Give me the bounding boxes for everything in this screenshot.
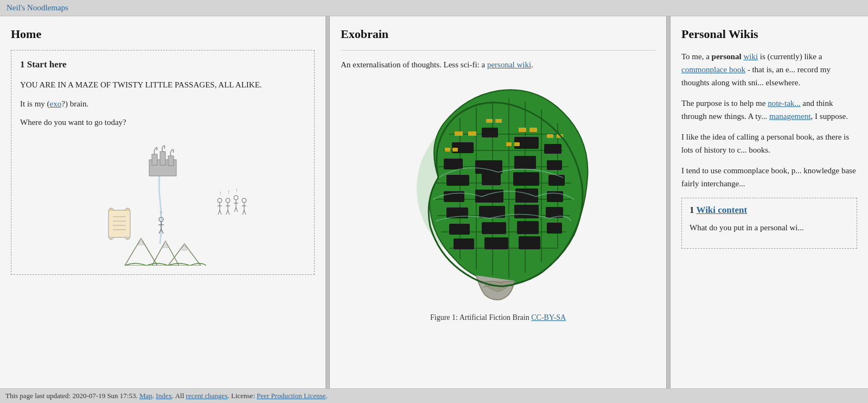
- site-name-link[interactable]: Neil's Noodlemaps: [7, 3, 68, 12]
- exobrain-column: Exobrain An externalisation of thoughts.…: [330, 16, 666, 388]
- svg-line-23: [226, 210, 228, 215]
- separator3: . License:: [227, 392, 257, 400]
- svg-rect-63: [544, 144, 561, 154]
- svg-rect-89: [486, 119, 493, 123]
- wiki-content-num: 1: [690, 205, 696, 215]
- svg-rect-61: [482, 128, 498, 137]
- cc-link[interactable]: CC-BY-SA: [531, 313, 566, 322]
- personal-para4: I tend to use commonplace book, p... kno…: [681, 164, 857, 190]
- svg-rect-69: [482, 173, 501, 185]
- exo-prefix: It is my (: [20, 99, 50, 108]
- exobrain-description: An externalisation of thoughts. Less sci…: [341, 58, 655, 71]
- svg-rect-70: [513, 172, 539, 186]
- last-updated-text: This page last updated: 2020-07-19 Sun 1…: [5, 392, 139, 400]
- svg-point-30: [242, 198, 246, 203]
- personal-bold: personal: [712, 52, 742, 61]
- note-taking-link[interactable]: note-tak...: [768, 99, 800, 108]
- maze-text: YOU ARE IN A MAZE OF TWISTY LITTLE PASSA…: [20, 79, 305, 91]
- topbar: Neil's Noodlemaps: [0, 0, 868, 16]
- divider-1: [326, 16, 330, 388]
- start-here-heading: 1 Start here: [20, 59, 305, 70]
- map-link[interactable]: Map: [139, 392, 152, 400]
- svg-rect-82: [517, 221, 539, 234]
- figure-caption: Figure 1: Artificial Fiction Brain CC-BY…: [341, 313, 655, 322]
- svg-text:!: !: [228, 190, 229, 195]
- svg-point-25: [234, 196, 238, 200]
- wiki-content-text: What do you put in a personal wi...: [690, 221, 849, 234]
- commonplace-book-link[interactable]: commonplace book: [681, 65, 745, 74]
- wiki-link[interactable]: wiki: [743, 52, 758, 61]
- license-link[interactable]: Peer Production License: [257, 392, 326, 400]
- recent-changes-link[interactable]: recent changes: [186, 392, 228, 400]
- svg-rect-88: [468, 131, 476, 136]
- personal-wikis-title: Personal Wikis: [681, 27, 857, 41]
- wiki-content-box: 1 Wiki content What do you put in a pers…: [681, 198, 857, 249]
- svg-rect-93: [547, 134, 553, 138]
- svg-rect-81: [482, 222, 506, 234]
- svg-rect-83: [547, 223, 562, 234]
- svg-line-24: [228, 210, 229, 215]
- svg-rect-96: [452, 148, 458, 152]
- svg-rect-68: [446, 175, 469, 186]
- exo-brain-text: It is my (exo?) brain.: [20, 98, 305, 110]
- brain-svg: [395, 80, 601, 303]
- separator2: . All: [172, 392, 186, 400]
- svg-line-33: [242, 210, 244, 215]
- wiki-content-heading: 1 Wiki content: [690, 205, 849, 216]
- svg-line-19: [220, 210, 221, 215]
- svg-line-18: [218, 210, 220, 215]
- go-today-text: Where do you want to go today?: [20, 116, 305, 129]
- divider-2: [666, 16, 671, 388]
- svg-line-28: [234, 207, 236, 212]
- svg-rect-67: [547, 160, 562, 170]
- svg-marker-43: [182, 244, 187, 250]
- home-column: Home 1 Start here YOU ARE IN A MAZE OF T…: [0, 16, 326, 388]
- separator4: .: [326, 392, 327, 400]
- exobrain-hr: [341, 50, 655, 51]
- map-illustration: ?: [20, 135, 305, 266]
- main-content: Home 1 Start here YOU ARE IN A MAZE OF T…: [0, 16, 868, 388]
- map-svg: ?: [60, 135, 266, 266]
- svg-point-15: [218, 198, 222, 203]
- svg-rect-4: [108, 210, 130, 237]
- personal-wikis-column: Personal Wikis To me, a personal wiki is…: [671, 16, 868, 388]
- index-link[interactable]: Index: [156, 392, 172, 400]
- statusbar: This page last updated: 2020-07-19 Sun 1…: [0, 388, 868, 403]
- svg-rect-87: [455, 131, 463, 136]
- svg-rect-80: [449, 224, 470, 235]
- home-title: Home: [11, 27, 315, 41]
- svg-rect-98: [514, 142, 520, 146]
- svg-rect-97: [506, 142, 512, 146]
- svg-rect-78: [514, 205, 539, 218]
- personal-para1: To me, a personal wiki is (currently) li…: [681, 50, 857, 89]
- exobrain-title: Exobrain: [341, 27, 655, 41]
- caption-prefix: Figure 1: Artificial Fiction Brain: [430, 313, 531, 322]
- svg-rect-2: [160, 152, 165, 165]
- svg-point-20: [226, 198, 230, 203]
- svg-rect-64: [444, 159, 463, 169]
- svg-rect-3: [168, 156, 174, 166]
- management-link[interactable]: management: [769, 112, 811, 121]
- personal-wiki-link[interactable]: personal wiki: [487, 60, 531, 69]
- brain-image-container: [341, 80, 655, 305]
- svg-rect-74: [515, 188, 538, 203]
- svg-rect-84: [454, 238, 474, 249]
- svg-line-34: [244, 210, 246, 215]
- svg-rect-85: [484, 237, 508, 249]
- svg-rect-91: [519, 128, 526, 132]
- svg-text:?: ?: [159, 210, 162, 216]
- personal-para3: I like the idea of calling a personal bo…: [681, 130, 857, 156]
- svg-text:!: !: [220, 191, 221, 196]
- exo-suffix: ?) brain.: [61, 99, 88, 108]
- svg-rect-90: [495, 119, 502, 123]
- svg-rect-92: [529, 128, 537, 132]
- svg-rect-1: [152, 154, 157, 165]
- svg-line-29: [236, 207, 238, 212]
- svg-rect-71: [548, 175, 565, 186]
- wiki-content-link[interactable]: Wiki content: [696, 205, 747, 215]
- personal-para2: The purpose is to help me note-tak... an…: [681, 97, 857, 123]
- exobrain-desc-prefix: An externalisation of thoughts. Less sci…: [341, 60, 487, 69]
- exo-link[interactable]: exo: [50, 99, 62, 108]
- start-here-box: 1 Start here YOU ARE IN A MAZE OF TWISTY…: [11, 50, 315, 275]
- svg-rect-86: [519, 236, 540, 249]
